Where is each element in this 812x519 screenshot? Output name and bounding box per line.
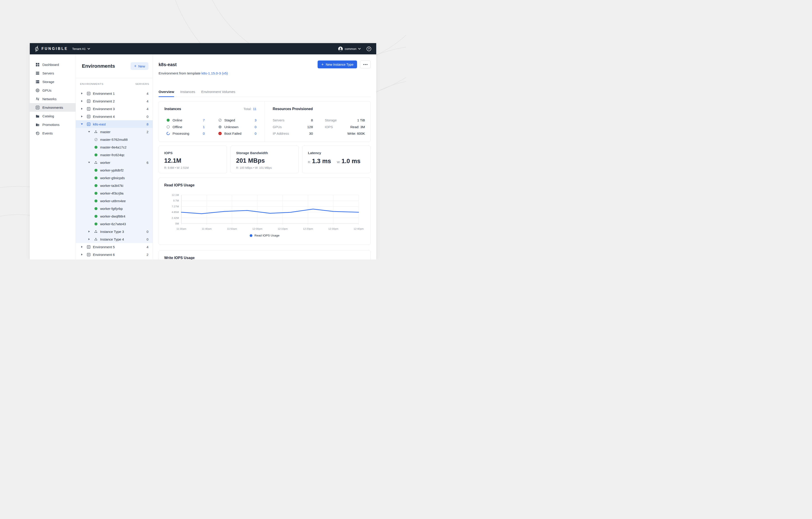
instances-title: Instances [165, 107, 181, 111]
panel-title: Environments [82, 63, 115, 69]
tree-row-environment-2[interactable]: Environment 24 [76, 97, 153, 105]
svg-text:!: ! [220, 132, 220, 135]
tree-row-instance-type-3[interactable]: Instance Type 30 [76, 228, 153, 235]
help-button[interactable]: ? [367, 47, 371, 51]
tree-row-master-frc624qc[interactable]: master-frc624qc [76, 151, 153, 159]
iops-detail: R: 9.6M • W: 2.51M [164, 166, 221, 169]
tree-row-environment-4[interactable]: Environment 40 [76, 113, 153, 120]
svg-text:12:20pm: 12:20pm [303, 227, 313, 230]
tree-caret[interactable] [80, 253, 84, 256]
resource-value: 128 [307, 125, 313, 129]
tab-instances[interactable]: Instances [180, 90, 195, 97]
tree-label: worker-6z7wte43 [100, 222, 126, 226]
tree-row-worker-4f3crj9a[interactable]: worker-4f3crj9a [76, 189, 153, 197]
tree-caret[interactable] [80, 115, 84, 117]
catalog-icon [36, 114, 39, 118]
legend-dot-icon [250, 234, 252, 237]
resource-storage: Storage1 TiB [325, 117, 365, 124]
sidebar-item-events[interactable]: Events [30, 129, 76, 137]
tree-row-master-5762mu88[interactable]: master-5762mu88 [76, 136, 153, 143]
tree-row-worker-ut8rm4ee[interactable]: worker-ut8rm4ee [76, 197, 153, 205]
tree-caret[interactable] [80, 92, 84, 94]
new-environment-button[interactable]: + New [130, 62, 148, 70]
tree-label: k8s-east [93, 122, 106, 126]
tree-label: master-5762mu88 [100, 138, 128, 141]
online-status-icon [167, 118, 170, 122]
new-instance-type-button[interactable]: + New Instance Type [318, 60, 357, 69]
sidebar-item-gpus[interactable]: GPUs [30, 86, 76, 94]
read-iops-chart-card: Read IOPS Usage 0M2.42M4.85M7.27M9.7M12.… [158, 177, 371, 245]
tree-row-environment-3[interactable]: Environment 34 [76, 105, 153, 113]
cluster-icon [94, 130, 98, 134]
tree-row-worker-yp8dtrf2[interactable]: worker-yp8dtrf2 [76, 166, 153, 174]
sidebar: DashboardServersStorageGPUsNetworksEnvir… [30, 54, 76, 260]
more-actions-button[interactable] [360, 60, 371, 69]
tree-caret[interactable] [80, 246, 84, 248]
svg-text:11:30am: 11:30am [176, 227, 186, 230]
environment-tree: Environment 14Environment 24Environment … [76, 89, 153, 260]
sidebar-item-promotions[interactable]: Promotions [30, 120, 76, 129]
tree-row-worker-fgtfyrbp[interactable]: worker-fgtfyrbp [76, 205, 153, 212]
tab-environment-volumes[interactable]: Environment Volumes [201, 90, 235, 97]
tree-row-master-8e4a17c2[interactable]: master-8e4a17c2 [76, 143, 153, 151]
online-status-icon [94, 169, 98, 172]
plus-icon: + [321, 62, 324, 66]
tree-caret[interactable] [87, 230, 91, 233]
tree-row-instance-type-4[interactable]: Instance Type 40 [76, 235, 153, 243]
tree-row-worker-g9xicpds[interactable]: worker-g9xicpds [76, 174, 153, 182]
tree-row-worker-6z7wte43[interactable]: worker-6z7wte43 [76, 220, 153, 228]
tree-caret[interactable] [87, 238, 91, 240]
server-count: 2 [147, 130, 153, 134]
gpus-icon [36, 88, 39, 92]
chevron-down-icon [358, 48, 361, 50]
tree-caret[interactable] [80, 123, 84, 125]
tree-caret[interactable] [87, 131, 91, 133]
tree-caret[interactable] [80, 100, 84, 102]
tree-row-k8s-east[interactable]: k8s-east8 [76, 120, 153, 128]
tree-row-environment-6[interactable]: Environment 62 [76, 251, 153, 258]
sidebar-item-storage[interactable]: Storage [30, 77, 76, 86]
tree-row-environment-5[interactable]: Environment 54 [76, 243, 153, 251]
user-menu[interactable]: common [338, 47, 361, 51]
tree-row-worker-ta3t47ki[interactable]: worker-ta3t47ki [76, 182, 153, 189]
status-unknown: !Unknown0 [218, 124, 257, 131]
ellipsis-icon [364, 64, 368, 65]
server-count: 0 [147, 115, 153, 118]
resources-provisioned: Resources Provisioned Servers8GPUs128IP … [265, 101, 371, 142]
tree-caret[interactable] [87, 162, 91, 163]
sidebar-item-networks[interactable]: Networks [30, 94, 76, 103]
environment-icon [87, 115, 90, 118]
online-status-icon [94, 176, 98, 180]
boot-failed-status-icon: ! [218, 132, 222, 135]
resource-ip-address: IP Address30 [273, 130, 313, 137]
status-offline: Offline1 [167, 124, 205, 131]
sidebar-item-catalog[interactable]: Catalog [30, 112, 76, 120]
tab-overview[interactable]: Overview [158, 90, 174, 97]
server-count: 4 [147, 107, 153, 111]
svg-text:2.42M: 2.42M [172, 217, 179, 219]
tree-row-environment-1[interactable]: Environment 14 [76, 89, 153, 97]
tree-label: worker-fgtfyrbp [100, 207, 123, 211]
online-status-icon [94, 222, 98, 226]
staged-status-icon [218, 118, 222, 122]
svg-text:9.7M: 9.7M [173, 199, 179, 202]
latency-values: R: 1.3 ms W: 1.0 ms [308, 158, 365, 165]
resource-extra: Write: 600K [325, 130, 365, 137]
tree-row-worker-dwqf88r4[interactable]: worker-dwqf88r4 [76, 212, 153, 220]
sidebar-item-environments[interactable]: Environments [30, 103, 76, 112]
svg-text:12:00pm: 12:00pm [252, 227, 262, 230]
server-count: 0 [147, 230, 153, 234]
tree-label: Environment 2 [93, 99, 115, 103]
networks-icon [36, 97, 39, 101]
tree-row-master[interactable]: master2 [76, 128, 153, 136]
tree-label: worker-ut8rm4ee [100, 199, 126, 203]
tenant-selector[interactable]: Tenant A1 [72, 47, 90, 51]
server-count: 6 [147, 161, 153, 164]
tree-caret[interactable] [80, 108, 84, 110]
tree-label: master-frc624qc [100, 153, 124, 157]
sidebar-item-servers[interactable]: Servers [30, 69, 76, 77]
template-link[interactable]: k8s-1.15.0-3 (v5) [201, 71, 228, 75]
sidebar-item-dashboard[interactable]: Dashboard [30, 60, 76, 69]
svg-text:0M: 0M [175, 222, 179, 225]
tree-row-worker[interactable]: worker6 [76, 159, 153, 166]
